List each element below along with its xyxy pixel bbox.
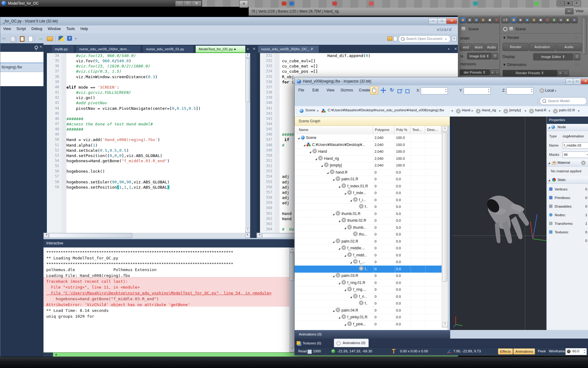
tree-row-hand[interactable]: Hand2,040100.0 <box>295 148 442 155</box>
tree-row-palm-04-r[interactable]: palm.04.R00.0 <box>295 307 442 314</box>
blender-audio-button[interactable]: Audio <box>485 44 498 51</box>
menu-help[interactable]: Help <box>78 25 91 32</box>
column-header-desc[interactable]: Desc... <box>425 126 441 134</box>
expander-icon[interactable] <box>350 262 352 263</box>
menu-view[interactable]: View <box>0 25 14 32</box>
editor-splitter[interactable] <box>250 53 257 238</box>
open-docs-icon[interactable] <box>387 36 392 41</box>
properties-tab-icon[interactable] <box>511 17 517 23</box>
blender-view-button[interactable]: ≡↕ View <box>565 8 586 14</box>
expander-icon[interactable] <box>333 213 334 215</box>
search-model-box[interactable]: Search Model <box>540 97 587 105</box>
code-line-41[interactable]: #viz.go(viz.FULLSCREEN) <box>76 90 131 95</box>
document-icon[interactable] <box>28 36 33 42</box>
modeltest-titlebar[interactable]: ModelTest_for_OC ─ □ ✕ <box>0 0 202 7</box>
code-line-357[interactable]: adj <box>282 190 289 195</box>
expander-icon[interactable] <box>333 275 334 277</box>
maximize-button[interactable]: □ <box>437 18 447 24</box>
expander-icon[interactable] <box>315 158 317 160</box>
close-button[interactable]: ✕ <box>192 1 202 6</box>
expander-icon[interactable] <box>309 151 311 153</box>
breadcrumb-item[interactable]: Hand <box>462 108 470 112</box>
code-line-356[interactable]: adj <box>282 185 289 190</box>
add-preset-button[interactable]: + <box>557 70 563 76</box>
code-line-50[interactable]: Hand = viz.add('Hand_v008(reging).fbx') <box>66 137 160 142</box>
tree-row-f-ring-[interactable]: f_ring....00.0 <box>295 286 442 293</box>
tab-modeltest-for-oc-py[interactable]: ModelTest_for_OC.py ● <box>196 46 246 53</box>
tree-row-f-i-[interactable]: f_i...00.0 <box>295 197 442 204</box>
code-line-36[interactable]: #viz.fov(23, (1920.0/2)/1080.0) <box>76 63 150 69</box>
minimize-button[interactable]: ─ <box>428 18 438 24</box>
editor-type-button[interactable]: ≡⇕ <box>501 17 510 23</box>
expander-icon[interactable] <box>327 172 329 174</box>
code-line-347[interactable]: if <box>285 137 289 142</box>
close-button[interactable]: ✕ <box>581 79 588 84</box>
tree-row-f-[interactable]: f_...00.0 <box>295 259 442 266</box>
z-axis-input[interactable]: ▲▼ <box>507 87 533 94</box>
console-body[interactable]: ****************************************… <box>43 247 289 352</box>
code-line-46[interactable]: ####### <box>66 116 83 121</box>
tab-overflow-icon[interactable]: ▾ <box>247 48 249 51</box>
editor-pane1-hscrollbar[interactable]: ◀ ▶ <box>43 233 250 238</box>
python-icon[interactable] <box>58 36 64 41</box>
minimize-button[interactable]: ─ <box>175 1 184 6</box>
expander-icon[interactable] <box>344 193 346 194</box>
tree-row-f-midd-[interactable]: f_midd...00.0 <box>295 252 442 259</box>
column-header-text[interactable]: Text... <box>411 126 425 134</box>
column-header-name[interactable]: Name <box>295 126 373 134</box>
properties-tab-icon[interactable] <box>558 17 564 23</box>
tab-close-icon[interactable]: ✕ <box>454 47 457 51</box>
code-line-359[interactable]: adj <box>282 200 289 205</box>
pin-icon[interactable] <box>35 46 38 49</box>
menu-gizmos[interactable]: Gizmos <box>339 88 354 92</box>
remove-preset-button[interactable]: − <box>563 70 569 76</box>
tab-close-icon[interactable]: ✕ <box>311 47 313 51</box>
expander-icon[interactable] <box>338 317 340 319</box>
code-line-333[interactable]: cu_cube_mat =[] <box>282 63 318 69</box>
column-header-poly[interactable]: Poly % <box>395 126 410 134</box>
scale-tool-button[interactable]: ↗ <box>396 86 404 94</box>
menu-create[interactable]: Create <box>358 88 371 92</box>
blender-end-button[interactable]: end <box>460 44 472 51</box>
add-preset-button[interactable]: + <box>490 69 495 75</box>
blender-render-section[interactable]: ▼ Render <box>503 36 519 40</box>
menu-debug[interactable]: Debug <box>28 25 45 32</box>
properties-tab-icon[interactable] <box>537 17 544 23</box>
properties-tab-icon[interactable] <box>564 17 571 23</box>
expander-icon[interactable] <box>338 186 340 188</box>
code-line-38[interactable]: viz.MainWindow.screenDistance(0.3) <box>76 74 157 79</box>
breadcrumb-item[interactable]: palm.02.R <box>559 108 575 112</box>
blender-render-presets[interactable]: der Presets ⇕ <box>460 69 490 75</box>
axis-tool-button[interactable]: ↑ <box>404 86 412 94</box>
properties-tab-icon[interactable] <box>460 17 466 23</box>
blender-display-dropdown[interactable]: Image Editor ⇕ <box>533 53 573 60</box>
code-line-42[interactable]: viz.go() <box>76 95 95 100</box>
tree-row-palm-02-r[interactable]: palm.02.R00.0 <box>295 238 442 245</box>
expander-icon[interactable] <box>350 296 352 298</box>
tab-nurse-edu-ver09-24-for-dem-[interactable]: nurse_edu_ver09_24(for_dem... <box>76 46 141 53</box>
panel-splitter[interactable] <box>450 117 452 330</box>
stats-section-header[interactable]: Stats <box>547 177 588 184</box>
blender-display-dropdown[interactable]: Image Edi ⇕ <box>467 53 492 59</box>
code-line-361[interactable]: Hand <box>282 211 292 216</box>
tree-row-f-ri-[interactable]: f_ri...00.0 <box>295 293 442 301</box>
tab-overflow-icon[interactable]: ▾ <box>448 48 450 51</box>
code-line-56[interactable]: hogebones.lock() <box>66 169 105 174</box>
minimize-button[interactable]: ─ <box>565 79 573 84</box>
code-line-34[interactable]: #viz.fov(23, 960.0/540.0) <box>76 53 136 58</box>
expander-icon[interactable] <box>321 165 323 167</box>
expander-icon[interactable] <box>344 324 346 326</box>
expander-icon[interactable] <box>333 310 334 312</box>
expander-icon[interactable] <box>333 241 334 243</box>
x-axis-input[interactable]: ▲▼ <box>421 87 448 94</box>
menu-edit[interactable]: Edit <box>311 88 320 92</box>
code-line-354[interactable]: adj <box>282 174 289 179</box>
window-close-button[interactable]: ✕ <box>572 1 581 6</box>
breadcrumb-item[interactable]: Scene <box>305 108 315 112</box>
code-line-43[interactable]: #add pivotNav <box>76 100 107 105</box>
menu-window[interactable]: Window <box>45 25 64 32</box>
properties-tab-icon[interactable] <box>517 17 524 23</box>
code-line-355[interactable]: adj <box>282 179 289 185</box>
expander-icon[interactable] <box>338 282 340 284</box>
masks-dropdown[interactable]: All▾ <box>563 151 588 158</box>
